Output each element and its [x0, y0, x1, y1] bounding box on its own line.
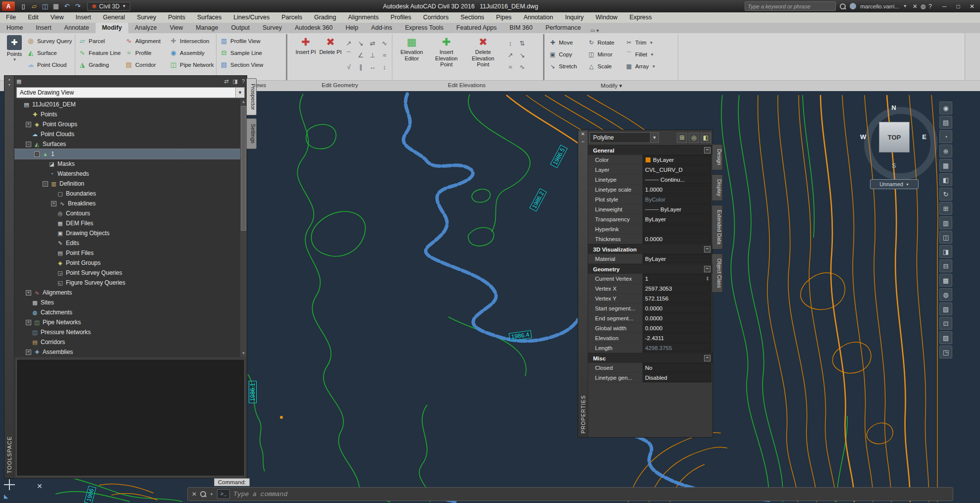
properties-tab-design[interactable]: Design — [712, 144, 723, 170]
property-value[interactable]: ByColor — [643, 195, 711, 204]
nav-tool-icon-6[interactable]: ◧ — [939, 173, 952, 186]
tab-output[interactable]: Output — [224, 23, 256, 33]
insert-elevation-point-button[interactable]: ✚Insert Elevation Point — [430, 36, 463, 68]
nav-tool-icon-16[interactable]: ⊡ — [939, 317, 952, 330]
redo-icon[interactable]: ↷ — [72, 2, 83, 10]
geometry-tool-icon[interactable]: ↘ — [355, 37, 367, 49]
nav-tool-icon-1[interactable]: ◉ — [939, 101, 952, 114]
assembly-button[interactable]: ◉Assembly — [169, 48, 214, 58]
menu-general[interactable]: General — [97, 12, 131, 23]
property-value[interactable]: ByLayer — [643, 214, 711, 224]
exchange-icon[interactable]: ✕ — [913, 3, 918, 10]
nav-tool-icon-8[interactable]: ⊞ — [939, 202, 952, 215]
workspace-selector[interactable]: ✱ Civil 3D ▼ — [87, 2, 130, 11]
tree-item-breaklines[interactable]: +∿Breaklines — [14, 199, 240, 208]
tab-insert[interactable]: Insert — [29, 23, 57, 33]
tree-item-point-clouds[interactable]: ☁Point Clouds — [14, 129, 240, 139]
panel-label-modify[interactable]: Modify ▾ — [601, 82, 622, 89]
tab-manage[interactable]: Manage — [189, 23, 224, 33]
geometry-tool-icon[interactable]: √ — [343, 61, 355, 73]
command-search-icon[interactable] — [200, 491, 206, 497]
panel-label-edit-geometry[interactable]: Edit Geometry — [322, 82, 358, 88]
menu-surfaces[interactable]: Surfaces — [191, 12, 227, 23]
geometry-tool-icon[interactable]: ∥ — [355, 61, 367, 73]
surface-button[interactable]: ◭Surface — [27, 48, 72, 58]
chevron-down-icon[interactable]: ▼ — [210, 492, 214, 497]
tree-item-point-files[interactable]: ▤Point Files — [14, 248, 240, 258]
tree-expander-icon[interactable]: + — [51, 201, 56, 206]
help-icon[interactable]: ? — [928, 3, 932, 10]
properties-tab-display[interactable]: Display — [712, 174, 723, 201]
section-view-button[interactable]: ▤Section View — [220, 59, 263, 70]
collapse-icon[interactable]: − — [704, 355, 710, 361]
tab-survey[interactable]: Survey — [256, 23, 288, 33]
tree-item-definition[interactable]: -▥Definition — [14, 179, 240, 189]
auto-hide-icon[interactable]: ▪ — [8, 77, 10, 82]
toolspace-title-strip[interactable]: ▪ ▪ TOOLSPACE — [4, 76, 14, 478]
delete-pi-button[interactable]: ✖Delete PI — [314, 36, 347, 55]
save-icon[interactable]: ◫ — [40, 2, 51, 10]
tree-scrollbar[interactable]: ▲ ▼ — [240, 100, 247, 357]
alert-icon[interactable]: ◍ — [921, 3, 926, 10]
points-button[interactable]: ✚ Points ▼ — [3, 35, 26, 62]
auto-hide-icon[interactable]: ↔ — [581, 139, 585, 144]
property-value[interactable]: 0.0000 — [643, 234, 711, 244]
section-header-general[interactable]: General− — [588, 145, 712, 155]
tree-item-alignments[interactable]: +∿Alignments — [14, 288, 240, 298]
menu-grading[interactable]: Grading — [308, 12, 342, 23]
compass-north[interactable]: N — [891, 104, 896, 111]
app-logo-icon[interactable]: A — [2, 1, 15, 11]
tab-express-tools[interactable]: Express Tools — [398, 23, 450, 33]
tree-expander-icon[interactable]: + — [26, 290, 31, 296]
property-value[interactable]: ———ByLayer — [643, 204, 711, 214]
tab-performance[interactable]: Performance — [539, 23, 588, 33]
geometry-tool-icon[interactable]: ↗ — [343, 37, 355, 49]
property-value[interactable]: No — [643, 363, 711, 372]
panorama-icon[interactable]: ⇄ — [224, 78, 228, 85]
command-input[interactable]: Type a command — [233, 491, 287, 498]
feature-line-button[interactable]: ∿Feature Line — [78, 48, 121, 58]
profile-view-button[interactable]: ▥Profile View — [220, 36, 263, 46]
tree-item-dem-files[interactable]: ▦DEM Files — [14, 218, 240, 228]
tree-item-1[interactable]: -▲1 — [14, 149, 240, 159]
property-value[interactable] — [643, 224, 711, 234]
elevation-tool-icon[interactable]: ↗ — [504, 49, 516, 61]
menu-points[interactable]: Points — [162, 12, 191, 23]
signed-in-user[interactable]: marcello.varri... — [860, 3, 899, 9]
tree-expander-icon[interactable]: - — [26, 142, 31, 147]
new-file-icon[interactable]: ▯ — [18, 2, 29, 10]
grading-button[interactable]: ◮Grading — [78, 59, 121, 70]
menu-lines-curves[interactable]: Lines/Curves — [227, 12, 275, 23]
property-value[interactable]: ByLayer — [643, 254, 711, 263]
geometry-tool-icon[interactable]: ⌒ — [343, 49, 355, 61]
properties-tab-extended-data[interactable]: Extended Data — [712, 205, 723, 249]
geometry-tool-icon[interactable]: ≈ — [379, 49, 390, 61]
collapse-icon[interactable]: − — [704, 246, 710, 252]
trim-button[interactable]: ✂Trim▼ — [625, 37, 668, 49]
geometry-tool-icon[interactable]: ∠ — [355, 49, 367, 61]
copy-button[interactable]: ▣Copy — [549, 49, 588, 60]
tree-expander-icon[interactable]: - — [34, 151, 40, 157]
scale-button[interactable]: △Scale — [588, 60, 625, 72]
toolspace-tab-settings[interactable]: Settings — [247, 118, 257, 149]
tree-item-points[interactable]: ✚Points — [14, 109, 240, 119]
scrollbar-thumb[interactable] — [241, 106, 246, 231]
tree-item-point-groups[interactable]: +◈Point Groups — [14, 119, 240, 129]
corridor-button[interactable]: ▤Corridor — [125, 59, 161, 70]
menu-corridors[interactable]: Corridors — [417, 12, 454, 23]
ribbon-display-toggle-icon[interactable]: ▭ ▾ — [591, 28, 599, 33]
palette-menu-icon[interactable]: ▪ — [8, 82, 10, 87]
pickadd-toggle-icon[interactable]: ⊞ — [677, 133, 687, 143]
minimize-button[interactable]: ─ — [937, 1, 951, 11]
palette-properties-icon[interactable]: ▦ — [16, 78, 21, 85]
tree-item-watersheds[interactable]: ◔Watersheds — [14, 169, 240, 179]
elevation-tool-icon[interactable]: ≈ — [504, 61, 516, 73]
properties-tab-object-class[interactable]: Object Class — [712, 253, 723, 293]
menu-alignments[interactable]: Alignments — [342, 12, 384, 23]
panel-label-edit-elevations[interactable]: Edit Elevations — [448, 82, 486, 88]
nav-tool-icon-2[interactable]: ▤ — [939, 116, 952, 129]
section-header-misc[interactable]: Misc− — [588, 353, 712, 363]
delete-elevation-point-button[interactable]: ✖Delete Elevation Point — [467, 36, 499, 68]
property-value[interactable]: 0.0000 — [643, 303, 711, 313]
preview-toggle-icon[interactable]: ◨ — [232, 78, 237, 85]
